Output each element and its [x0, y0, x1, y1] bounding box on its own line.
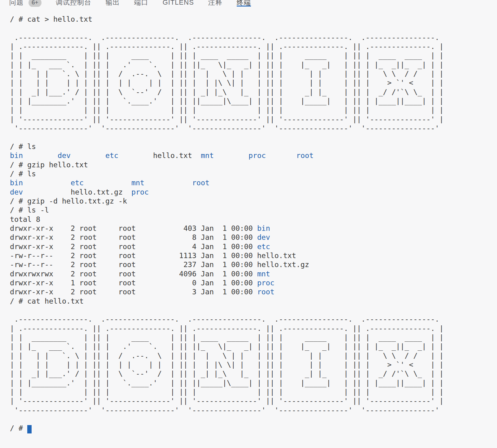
directory-name: bin — [10, 151, 23, 160]
problems-count-badge: 6+ — [29, 0, 42, 7]
directory-name: dev — [58, 151, 71, 160]
tab-label-terminal: 终端 — [237, 0, 251, 7]
directory-name: mnt — [201, 151, 214, 160]
tab-label-debug-console: 调试控制台 — [56, 0, 91, 7]
directory-name: bin — [257, 224, 270, 232]
terminal-cursor — [27, 425, 32, 433]
directory-name: proc — [257, 279, 275, 287]
terminal-output[interactable]: / # cat > hello.txt .----------------. .… — [0, 7, 497, 433]
tab-debug-console[interactable]: 调试控制台 — [56, 0, 91, 7]
tab-problems[interactable]: 问题6+ — [9, 0, 42, 7]
panel-tab-bar: 问题6+调试控制台输出端口GITLENS注释终端 — [0, 0, 497, 7]
tab-label-output: 输出 — [106, 0, 120, 7]
directory-name: root — [257, 288, 275, 296]
tab-comments[interactable]: 注释 — [208, 0, 222, 7]
directory-name: dev — [257, 233, 270, 241]
directory-name: mnt — [257, 270, 270, 278]
directory-name: etc — [71, 178, 84, 187]
directory-name: proc — [131, 188, 149, 196]
directory-name: bin — [10, 178, 23, 187]
directory-name: dev — [10, 188, 23, 196]
tab-label-gitlens: GITLENS — [163, 0, 194, 7]
tab-label-ports: 端口 — [134, 0, 148, 7]
tab-ports[interactable]: 端口 — [134, 0, 148, 7]
tab-label-problems: 问题 — [9, 0, 24, 7]
tab-gitlens[interactable]: GITLENS — [163, 0, 194, 7]
directory-name: etc — [105, 151, 118, 160]
directory-name: etc — [257, 242, 270, 251]
tab-label-comments: 注释 — [208, 0, 222, 7]
directory-name: root — [192, 178, 209, 187]
directory-name: proc — [248, 151, 266, 160]
directory-name: root — [296, 151, 314, 160]
directory-name: mnt — [131, 178, 144, 187]
tab-output[interactable]: 输出 — [106, 0, 120, 7]
tab-terminal[interactable]: 终端 — [237, 0, 251, 7]
